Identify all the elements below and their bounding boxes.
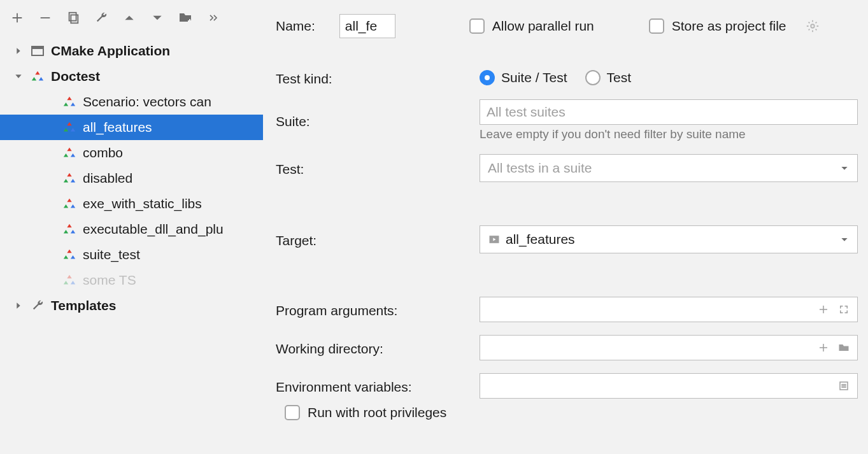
sidebar-toolbar: [0, 0, 263, 34]
tree-node-templates[interactable]: Templates: [0, 293, 263, 318]
suite-hint: Leave empty if you don't need filter by …: [480, 127, 858, 141]
expand-icon[interactable]: [836, 301, 852, 318]
radio-label: Test: [607, 70, 632, 85]
tree-item-disabled[interactable]: disabled: [0, 166, 263, 191]
doctest-icon-faded: [61, 272, 78, 288]
env-vars-input[interactable]: [480, 373, 858, 399]
radio-icon: [480, 70, 495, 85]
copy-icon[interactable]: [65, 10, 82, 26]
tree-item-exe-static[interactable]: exe_with_static_libs: [0, 191, 263, 216]
name-input[interactable]: [339, 14, 395, 38]
folder-add-icon[interactable]: [177, 10, 194, 26]
tree-item-suite-test[interactable]: suite_test: [0, 242, 263, 267]
svg-rect-1: [71, 15, 78, 23]
working-dir-input[interactable]: [480, 335, 858, 360]
svg-point-4: [811, 24, 815, 28]
caret-down-icon: [839, 163, 850, 173]
remove-icon[interactable]: [37, 10, 53, 26]
env-vars-label: Environment variables:: [276, 377, 480, 395]
checkbox-icon: [649, 18, 664, 34]
svg-rect-3: [32, 46, 43, 49]
suite-input[interactable]: All test suites: [480, 99, 858, 125]
tree-label: Templates: [51, 298, 116, 313]
svg-rect-0: [69, 13, 76, 21]
list-icon[interactable]: [836, 378, 852, 394]
app-icon: [29, 43, 46, 59]
radio-label: Suite / Test: [501, 70, 567, 85]
form: Test kind: Suite / Test Test Suite: All …: [276, 69, 858, 399]
tree-node-doctest[interactable]: Doctest: [0, 64, 263, 89]
wrench-icon: [29, 297, 46, 314]
test-kind-label: Test kind:: [276, 69, 480, 87]
checkbox-label: Allow parallel run: [492, 18, 594, 34]
tree-item-exe-dll[interactable]: executable_dll_and_plu: [0, 216, 263, 242]
doctest-icon: [61, 221, 78, 238]
main-panel: Name: Allow parallel run Store as projec…: [263, 0, 868, 454]
doctest-icon: [61, 94, 78, 110]
working-dir-label: Working directory:: [276, 339, 480, 357]
radio-icon: [585, 70, 601, 85]
configurations-tree: CMake Application Doctest Scenario: vect…: [0, 34, 263, 454]
chevron-down-icon: [11, 69, 25, 83]
allow-parallel-checkbox[interactable]: Allow parallel run: [469, 18, 594, 34]
target-dropdown[interactable]: all_features: [480, 225, 858, 253]
tree-label: CMake Application: [51, 43, 170, 59]
target-icon: [488, 233, 501, 246]
root-privileges-checkbox[interactable]: Run with root privileges: [276, 405, 858, 420]
name-label: Name:: [276, 18, 315, 34]
chevron-right-icon: [11, 44, 25, 58]
test-label: Test:: [276, 159, 480, 177]
tree-label: disabled: [83, 171, 132, 186]
tree-label: Scenario: vectors can: [83, 94, 211, 110]
checkbox-label: Store as project file: [672, 18, 786, 34]
doctest-icon: [29, 68, 46, 85]
wrench-icon[interactable]: [93, 10, 110, 26]
target-value: all_features: [506, 232, 575, 247]
doctest-icon: [61, 246, 78, 263]
suite-label: Suite:: [276, 111, 480, 129]
radio-suite-test[interactable]: Suite / Test: [480, 70, 567, 85]
tree-label: Doctest: [51, 69, 100, 84]
checkbox-label: Run with root privileges: [308, 405, 446, 420]
header-row: Name: Allow parallel run Store as projec…: [276, 14, 858, 38]
tree-label: suite_test: [83, 247, 140, 262]
move-down-icon[interactable]: [149, 10, 166, 26]
dropdown-value: All tests in a suite: [488, 160, 592, 176]
checkbox-icon: [469, 18, 485, 34]
radio-test[interactable]: Test: [585, 70, 632, 85]
tree-label: all_features: [83, 120, 152, 135]
doctest-icon: [61, 195, 78, 212]
caret-down-icon: [839, 234, 850, 245]
chevron-right-icon: [11, 299, 25, 313]
checkbox-icon: [285, 405, 300, 420]
test-dropdown[interactable]: All tests in a suite: [480, 154, 858, 182]
program-args-label: Program arguments:: [276, 301, 480, 318]
program-args-input[interactable]: [480, 297, 858, 322]
dropdown-value: all_features: [488, 232, 575, 247]
test-kind-radios: Suite / Test Test: [480, 70, 858, 85]
tree-label: exe_with_static_libs: [83, 196, 202, 211]
move-up-icon[interactable]: [121, 10, 138, 26]
doctest-icon: [61, 145, 78, 161]
tree-node-cmake-application[interactable]: CMake Application: [0, 38, 263, 64]
target-label: Target:: [276, 231, 480, 248]
store-project-file-checkbox[interactable]: Store as project file: [649, 18, 786, 34]
overflow-icon[interactable]: [205, 10, 222, 26]
placeholder-text: All test suites: [487, 104, 566, 120]
doctest-icon: [61, 119, 78, 136]
tree-item-combo[interactable]: combo: [0, 140, 263, 166]
tree-label: executable_dll_and_plu: [83, 222, 224, 237]
sidebar: CMake Application Doctest Scenario: vect…: [0, 0, 263, 454]
add-macro-icon[interactable]: [815, 339, 832, 356]
tree-item-scenario[interactable]: Scenario: vectors can: [0, 89, 263, 115]
doctest-icon: [61, 170, 78, 187]
tree-label: some TS: [83, 273, 136, 288]
tree-label: combo: [83, 145, 123, 160]
tree-item-some-ts[interactable]: some TS: [0, 267, 263, 293]
add-icon[interactable]: [9, 10, 25, 26]
gear-icon[interactable]: [804, 18, 821, 34]
add-macro-icon[interactable]: [815, 301, 832, 318]
suite-field-wrap: All test suites Leave empty if you don't…: [480, 99, 858, 141]
tree-item-all-features[interactable]: all_features: [0, 115, 263, 140]
browse-folder-icon[interactable]: [836, 339, 852, 356]
